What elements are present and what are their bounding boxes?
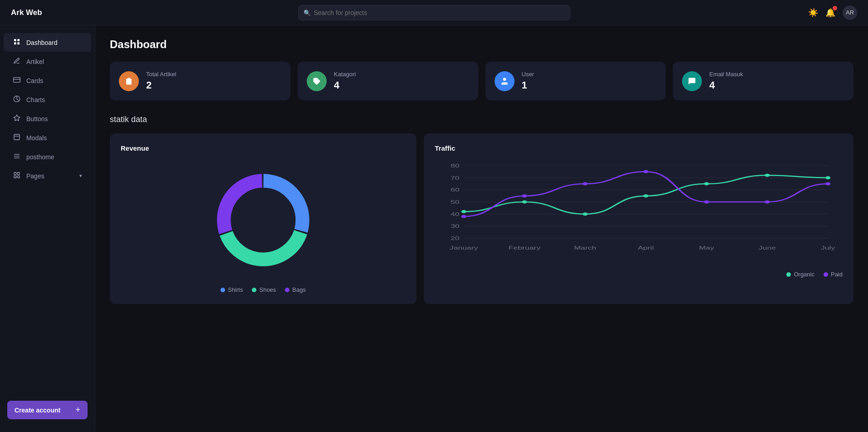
svg-rect-13	[14, 172, 16, 175]
search-area: 🔍	[102, 5, 766, 20]
topnav-actions: ☀️ 🔔 AR	[766, 5, 857, 20]
topnav: Ark Web 🔍 ☀️ 🔔 AR	[0, 0, 868, 25]
sidebar-item-posthome[interactable]: posthome	[4, 147, 91, 166]
stat-value-user: 1	[522, 79, 534, 91]
stat-value-total-artikel: 2	[146, 79, 176, 91]
sidebar-label-artikel: Artikel	[26, 58, 44, 65]
stat-card-user: User 1	[485, 62, 666, 100]
donut-svg	[204, 161, 322, 279]
line-dot-organic	[825, 176, 830, 179]
notifications-button[interactable]: 🔔	[825, 8, 835, 18]
traffic-dot-organic	[786, 272, 791, 277]
line-dot-organic	[522, 201, 527, 204]
y-axis-label: 30	[451, 224, 460, 229]
traffic-chart-title: Traffic	[435, 144, 843, 152]
stat-card-total-artikel: Total Artikel 2	[110, 62, 290, 100]
stat-label-email-masuk: Email Masuk	[709, 71, 743, 78]
y-axis-label: 40	[451, 211, 460, 217]
legend-item-shoes: Shoes	[252, 286, 276, 293]
user-icon	[495, 71, 515, 91]
line-dot-paid	[765, 201, 770, 204]
sidebar-label-buttons: Buttons	[26, 115, 48, 123]
svg-rect-15	[14, 176, 16, 178]
sidebar-item-artikel[interactable]: Artikel	[4, 52, 91, 71]
traffic-chart-card: Traffic 80706050403020JanuaryFebruaryMar…	[424, 133, 853, 304]
sidebar-label-charts: Charts	[26, 96, 45, 103]
legend-item-shirts: Shirts	[221, 286, 243, 293]
traffic-legend-organic: Organic	[786, 271, 814, 278]
donut-legend: ShirtsShoesBags	[221, 286, 306, 293]
x-axis-label: March	[574, 245, 596, 250]
avatar-button[interactable]: AR	[843, 5, 857, 20]
revenue-chart-card: Revenue ShirtsShoesBags	[110, 133, 417, 304]
stat-info-user: User 1	[522, 71, 534, 91]
posthome-icon	[13, 152, 21, 161]
katagori-icon	[307, 71, 327, 91]
plus-icon: +	[75, 405, 80, 415]
line-legend: OrganicPaid	[435, 271, 843, 278]
svg-marker-7	[14, 115, 20, 121]
sidebar: Dashboard Artikel Cards Charts Buttons M…	[0, 25, 95, 432]
stat-cards: Total Artikel 2 Katagori 4 User 1 Email …	[110, 62, 853, 100]
y-axis-label: 80	[451, 163, 460, 168]
svg-point-17	[503, 78, 506, 81]
line-dot-organic	[461, 210, 466, 213]
svg-rect-1	[17, 39, 20, 41]
traffic-line-svg: 80706050403020JanuaryFebruaryMarchAprilM…	[435, 161, 843, 265]
traffic-dot-paid	[824, 272, 828, 277]
sidebar-item-pages[interactable]: Pages ▾	[4, 167, 91, 185]
create-account-button[interactable]: Create account +	[7, 401, 88, 419]
page-title: Dashboard	[110, 38, 853, 51]
stat-info-katagori: Katagori 4	[334, 71, 356, 91]
x-axis-label: May	[699, 245, 715, 250]
revenue-chart-title: Revenue	[121, 144, 406, 152]
sidebar-item-modals[interactable]: Modals	[4, 128, 91, 147]
email-masuk-icon	[682, 71, 702, 91]
buttons-icon	[13, 114, 21, 123]
create-account-label: Create account	[15, 407, 60, 414]
total-artikel-icon	[119, 71, 139, 91]
stat-info-total-artikel: Total Artikel 2	[146, 71, 176, 91]
main-content: Dashboard Total Artikel 2 Katagori 4 Use…	[95, 25, 868, 432]
traffic-legend-paid: Paid	[824, 271, 843, 278]
stat-card-email-masuk: Email Masuk 4	[673, 62, 853, 100]
line-dot-paid	[522, 194, 527, 197]
y-axis-label: 70	[451, 175, 460, 181]
sidebar-item-dashboard[interactable]: Dashboard	[4, 33, 91, 52]
x-axis-label: February	[509, 245, 541, 250]
sidebar-label-cards: Cards	[26, 77, 43, 84]
line-dot-organic	[704, 182, 709, 186]
x-axis-label: June	[759, 245, 776, 250]
legend-item-bags: Bags	[285, 286, 306, 293]
svg-rect-3	[17, 42, 20, 44]
line-dot-organic	[583, 212, 588, 216]
y-axis-label: 50	[451, 199, 460, 205]
line-series-paid	[464, 172, 828, 216]
x-axis-label: July	[821, 245, 835, 250]
sidebar-item-cards[interactable]: Cards	[4, 71, 91, 90]
search-input[interactable]	[298, 5, 570, 20]
svg-rect-4	[14, 78, 20, 83]
sidebar-item-buttons[interactable]: Buttons	[4, 109, 91, 128]
sidebar-item-charts[interactable]: Charts	[4, 90, 91, 109]
sidebar-label-posthome: posthome	[26, 153, 54, 161]
stat-card-katagori: Katagori 4	[298, 62, 478, 100]
line-dot-organic	[765, 174, 770, 177]
charts-row: Revenue ShirtsShoesBags Traffic 80706050…	[110, 133, 853, 304]
svg-rect-0	[14, 39, 16, 41]
line-dot-paid	[825, 182, 830, 186]
stat-value-email-masuk: 4	[709, 79, 743, 91]
traffic-label-organic: Organic	[794, 271, 814, 278]
stat-label-katagori: Katagori	[334, 71, 356, 78]
sidebar-footer: Create account +	[0, 395, 95, 425]
sidebar-label-pages: Pages	[26, 172, 44, 180]
traffic-label-paid: Paid	[831, 271, 843, 278]
line-dot-paid	[583, 182, 588, 186]
svg-rect-16	[17, 176, 20, 178]
chevron-icon: ▾	[79, 173, 82, 179]
stat-label-user: User	[522, 71, 534, 78]
charts-icon	[13, 95, 21, 104]
svg-rect-14	[17, 172, 20, 175]
theme-toggle-button[interactable]: ☀️	[808, 8, 818, 18]
section-title: statik data	[110, 115, 853, 124]
